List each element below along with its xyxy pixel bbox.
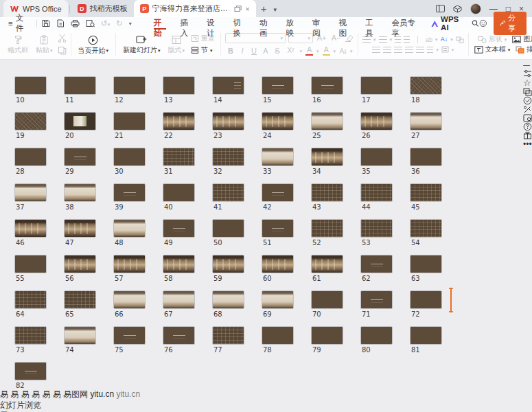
slide-thumbnail[interactable] xyxy=(410,326,442,345)
redo-icon[interactable]: ↻ xyxy=(116,19,123,28)
slide-thumbnail[interactable] xyxy=(410,219,442,238)
slide-thumbnail[interactable] xyxy=(311,326,343,345)
picture-button[interactable]: 图片▾ xyxy=(511,36,532,43)
slide-thumbnail[interactable] xyxy=(64,219,96,238)
slide-thumbnail[interactable] xyxy=(262,112,294,130)
slide-thumbnail[interactable] xyxy=(212,148,244,166)
share-button[interactable]: 分享 xyxy=(494,12,527,35)
smart-typeset-icon[interactable]: A↓ xyxy=(441,36,448,43)
paste-button[interactable]: 粘贴▾ xyxy=(33,34,56,55)
format-painter-button[interactable]: 格式刷 xyxy=(5,34,31,55)
more-dots-icon[interactable]: ••• xyxy=(523,139,532,149)
slide-thumbnail[interactable] xyxy=(212,183,244,202)
slide-thumbnail[interactable] xyxy=(163,326,195,345)
undo-icon[interactable]: ↺▾ xyxy=(101,19,110,28)
slide-thumbnail[interactable] xyxy=(14,183,47,202)
print-preview-icon[interactable] xyxy=(86,19,95,27)
slide-thumbnail[interactable] xyxy=(360,148,393,166)
slide-thumbnail[interactable] xyxy=(64,255,96,273)
assistant-icon[interactable] xyxy=(479,19,487,28)
slide-thumbnail[interactable] xyxy=(163,76,195,95)
slide-thumbnail[interactable] xyxy=(113,148,146,166)
textbox-button[interactable]: 文本框▾ xyxy=(473,46,512,54)
slide-thumbnail[interactable] xyxy=(212,326,244,345)
slide-thumbnail[interactable] xyxy=(113,183,146,202)
tab-home[interactable]: 开始 xyxy=(147,17,174,30)
sidebar-collapse-icon[interactable]: — xyxy=(523,61,530,69)
search-icon[interactable] xyxy=(472,19,479,27)
tab-document[interactable]: P 宁海得力喜来登酒店方案文本 × xyxy=(134,0,256,17)
shapes-button[interactable]: 形状▾ xyxy=(476,36,509,43)
arrange-button[interactable]: 排列▾ xyxy=(514,46,532,54)
workspace-cube-icon[interactable] xyxy=(453,5,462,13)
slide-thumbnail[interactable] xyxy=(163,219,195,238)
slide-thumbnail[interactable] xyxy=(360,76,393,95)
slide-thumbnail[interactable] xyxy=(410,148,442,166)
tab-review[interactable]: 审阅 xyxy=(305,17,332,30)
slide-thumbnail[interactable] xyxy=(311,76,343,95)
section-button[interactable]: 节 ▾ xyxy=(189,46,216,54)
slide-thumbnail[interactable] xyxy=(311,255,343,273)
line-spacing-icon[interactable] xyxy=(427,47,433,53)
font-color-button[interactable]: A xyxy=(305,46,314,56)
slide-thumbnail[interactable] xyxy=(262,290,294,309)
numbered-list-icon[interactable] xyxy=(379,36,387,43)
properties-panel-icon[interactable] xyxy=(523,69,532,78)
slide-thumbnail[interactable] xyxy=(410,76,442,95)
slide-thumbnail[interactable] xyxy=(311,112,343,130)
slide-thumbnail[interactable] xyxy=(14,326,47,345)
wps-ai-button[interactable]: WPS AI xyxy=(431,15,465,32)
tab-slideshow[interactable]: 放映 xyxy=(279,17,305,30)
tab-list-chevron-icon[interactable]: ▾ xyxy=(271,6,279,17)
slide-thumbnail[interactable] xyxy=(360,183,393,202)
char-border-button[interactable]: A xyxy=(262,47,270,55)
gift-icon[interactable] xyxy=(523,131,532,139)
print-icon[interactable] xyxy=(71,19,80,27)
slide-thumbnail[interactable] xyxy=(64,148,96,166)
slide-thumbnail[interactable] xyxy=(262,326,294,345)
slide-thumbnail[interactable] xyxy=(262,148,294,166)
tab-insert[interactable]: 插入 xyxy=(173,17,200,30)
slide-thumbnail[interactable] xyxy=(113,219,146,238)
quickbar-more-icon[interactable]: ▾ xyxy=(129,21,132,27)
slide-thumbnail[interactable] xyxy=(311,290,343,309)
superscript-button[interactable]: X² xyxy=(285,47,297,54)
strikethrough-button[interactable]: S xyxy=(273,47,282,55)
slide-thumbnail[interactable] xyxy=(262,183,294,202)
favorites-star-icon[interactable]: ☆ xyxy=(523,78,531,88)
italic-button[interactable]: I xyxy=(238,47,247,55)
slide-thumbnail[interactable] xyxy=(113,326,146,345)
slide-thumbnail[interactable] xyxy=(212,290,244,309)
slide-thumbnail[interactable] xyxy=(64,290,96,309)
close-tab-icon[interactable]: × xyxy=(245,5,249,13)
align-right-icon[interactable] xyxy=(394,47,402,53)
slide-thumbnail[interactable] xyxy=(360,112,393,130)
slide-thumbnail[interactable] xyxy=(14,112,47,130)
slide-thumbnail[interactable] xyxy=(311,219,343,238)
paragraph-settings-icon[interactable] xyxy=(441,46,449,53)
align-justify-icon[interactable] xyxy=(405,47,413,53)
text-direction-icon[interactable]: ab xyxy=(426,36,432,43)
slide-thumbnail[interactable] xyxy=(410,255,442,273)
underline-button[interactable]: U xyxy=(250,47,259,55)
tools-icon[interactable] xyxy=(523,105,532,114)
slide-thumbnail[interactable] xyxy=(212,255,244,273)
new-tab-icon[interactable]: + xyxy=(256,3,272,17)
docer-resource-icon[interactable] xyxy=(523,96,532,105)
align-left-icon[interactable] xyxy=(372,47,380,53)
open-in-window-icon[interactable] xyxy=(234,5,242,12)
tab-tools[interactable]: 工具 xyxy=(358,17,385,30)
increase-indent-icon[interactable] xyxy=(404,36,410,43)
char-spacing-icon[interactable] xyxy=(338,47,347,55)
slide-thumbnail[interactable] xyxy=(311,148,343,166)
slide-thumbnail[interactable] xyxy=(360,219,393,238)
convert-icon[interactable] xyxy=(456,36,464,43)
slide-thumbnail[interactable] xyxy=(163,148,195,166)
copy-icon[interactable] xyxy=(58,46,67,55)
slide-thumbnail[interactable] xyxy=(14,148,47,166)
slide-thumbnail[interactable] xyxy=(163,255,195,273)
slide-thumbnail[interactable] xyxy=(163,112,195,130)
slide-thumbnail[interactable] xyxy=(360,255,393,273)
tab-member[interactable]: 会员专享 xyxy=(385,17,424,30)
file-menu-button[interactable]: ≡ 文件 xyxy=(5,13,32,34)
